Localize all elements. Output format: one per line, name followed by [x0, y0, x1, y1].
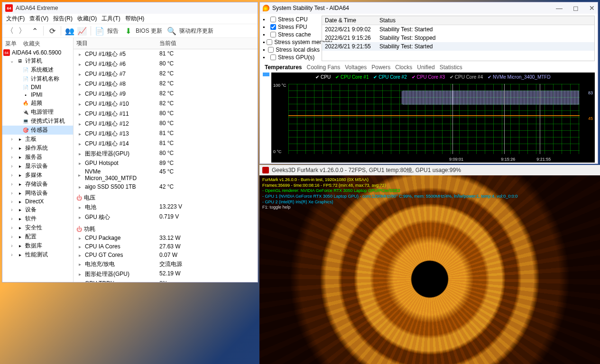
tree-computer[interactable]: ⌄ 🖥 计算机: [2, 56, 73, 65]
close-icon[interactable]: ✕: [589, 4, 595, 12]
tree-item[interactable]: ›▸存储设备: [2, 180, 73, 189]
list-row[interactable]: ▸CPU GT Cores0.07 W: [74, 251, 258, 259]
list-row[interactable]: ▸CPU #1/核心 #680 °C: [74, 59, 258, 69]
tree-item[interactable]: ›▸配置: [2, 232, 73, 241]
search-icon[interactable]: 🔍: [167, 26, 176, 36]
tab-temperatures[interactable]: Temperatures: [265, 64, 302, 71]
tree-item[interactable]: ›▸性能测试: [2, 250, 73, 259]
list-row[interactable]: ▸图形处理器(GPU)52.19 W: [74, 269, 258, 279]
expand-icon[interactable]: ›: [9, 225, 15, 230]
list-row[interactable]: ▸GPU Hotspot89 °C: [74, 159, 258, 167]
tree-hdr-fav[interactable]: 收藏夹: [23, 40, 40, 48]
tab-powers[interactable]: Powers: [371, 64, 390, 71]
tree-version[interactable]: 64 AIDA64 v6.60.5900: [2, 49, 73, 56]
list-row[interactable]: ▸CPU IA Cores27.63 W: [74, 242, 258, 251]
up-icon[interactable]: ⌃: [30, 26, 39, 36]
list-row[interactable]: ▸CPU #1/核心 #782 °C: [74, 69, 258, 79]
download-icon[interactable]: ⬇: [123, 26, 133, 36]
tree-item[interactable]: ›▸网络设备: [2, 189, 73, 198]
list-row[interactable]: ▸CPU #1/核心 #1481 °C: [74, 139, 258, 149]
expand-icon[interactable]: ›: [9, 243, 15, 248]
expand-icon[interactable]: ›: [9, 199, 15, 204]
stress-option[interactable]: ▪ Stress CPU: [263, 16, 320, 23]
furmark-titlebar[interactable]: Geeks3D FurMark v1.26.0.0 - 72FPS, GPU1 …: [259, 165, 600, 175]
expand-icon[interactable]: ›: [9, 191, 15, 196]
list-row[interactable]: ▸GPU 核心0.719 V: [74, 212, 258, 222]
minimize-icon[interactable]: —: [556, 4, 563, 12]
back-icon[interactable]: 〈: [5, 26, 15, 36]
log-row[interactable]: 2022/6/21 9:15:26Stability Test: Stopped: [322, 34, 594, 42]
list-row[interactable]: ▸CPU #1/核心 #982 °C: [74, 89, 258, 99]
expand-icon[interactable]: ›: [9, 164, 15, 169]
tree-item[interactable]: ›▸服务器: [2, 153, 73, 162]
log-row[interactable]: 2022/6/21 9:09:02Stability Test: Started: [322, 25, 594, 34]
tab-clocks[interactable]: Clocks: [395, 64, 412, 71]
list-row[interactable]: ▸aigo SSD S500 1TB42 °C: [74, 182, 258, 191]
stress-option[interactable]: ▪ Stress GPU(s): [263, 54, 320, 61]
list-row[interactable]: ▸CPU #1/核心 #882 °C: [74, 79, 258, 89]
list-row[interactable]: ▸电池充/放电交流电源: [74, 259, 258, 269]
legend-item[interactable]: CPU Core #1: [335, 74, 369, 80]
log-row[interactable]: 2022/6/21 9:21:55Stability Test: Started: [322, 42, 594, 51]
stability-titlebar[interactable]: System Stability Test - AIDA64 — ◻ ✕: [260, 2, 598, 14]
expand-icon[interactable]: ›: [9, 173, 15, 178]
stress-checkbox[interactable]: [267, 39, 272, 45]
sensor-list[interactable]: 项目 当前值 ▸CPU #1/核心 #581 °C▸CPU #1/核心 #680…: [74, 38, 258, 282]
tab-cooling-fans[interactable]: Cooling Fans: [306, 64, 340, 71]
collapse-icon[interactable]: ⌄: [9, 58, 15, 64]
toolbar-drivers[interactable]: 驱动程序更新: [179, 27, 213, 35]
stress-option[interactable]: ▪ Stress FPU: [263, 23, 320, 31]
menu-favorites[interactable]: 收藏(O): [77, 15, 97, 23]
temperature-graph[interactable]: CPUCPU Core #1CPU Core #2CPU Core #3CPU …: [271, 73, 595, 163]
toolbar-report[interactable]: 报告: [107, 27, 119, 35]
expand-icon[interactable]: ›: [9, 136, 15, 142]
list-row[interactable]: ▸CPU Package33.12 W: [74, 234, 258, 242]
tab-statistics[interactable]: Statistics: [440, 64, 462, 71]
tree-item[interactable]: ›▸DirectX: [2, 198, 73, 205]
expand-icon[interactable]: ›: [9, 216, 15, 221]
menu-tools[interactable]: 工具(T): [102, 15, 120, 23]
expand-icon[interactable]: ›: [9, 234, 15, 239]
stress-option[interactable]: ▪ Stress local disks: [263, 46, 320, 54]
tree-item[interactable]: ›▸安全性: [2, 223, 73, 232]
tree-item[interactable]: ›▸软件: [2, 214, 73, 223]
forward-icon[interactable]: 〉: [18, 26, 27, 36]
list-row[interactable]: ▸NVMe Micron_3400_MTFD45 °C: [74, 167, 258, 182]
tree-item[interactable]: 🔥超频: [2, 99, 73, 108]
furmark-viewport[interactable]: FurMark v1.26.0.0 - Burn-in test, 1920x1…: [259, 175, 600, 364]
log-col-datetime[interactable]: Date & Time: [322, 16, 377, 25]
list-row[interactable]: ▸CPU #1/核心 #581 °C: [74, 49, 258, 59]
stress-checkbox[interactable]: [270, 17, 276, 22]
list-row[interactable]: ▸CPU #1/核心 #1082 °C: [74, 99, 258, 109]
expand-icon[interactable]: ›: [9, 207, 15, 212]
expand-icon[interactable]: ›: [9, 155, 15, 160]
list-row[interactable]: ▸图形处理器(GPU)80 °C: [74, 149, 258, 159]
toolbar-bios[interactable]: BIOS 更新: [136, 27, 162, 35]
event-log[interactable]: Date & Time Status 2022/6/21 9:09:02Stab…: [322, 16, 595, 61]
refresh-icon[interactable]: ⟳: [47, 26, 57, 36]
menu-view[interactable]: 查看(V): [29, 15, 48, 23]
tree-item[interactable]: ›▸数据库: [2, 241, 73, 250]
tree-item[interactable]: ›▸操作系统: [2, 144, 73, 153]
tree-item[interactable]: 📄系统概述: [2, 65, 73, 74]
menu-report[interactable]: 报告(R): [53, 15, 73, 23]
col-item[interactable]: 项目: [74, 38, 157, 49]
expand-icon[interactable]: ›: [9, 182, 15, 187]
aida64-titlebar[interactable]: 64 AIDA64 Extreme: [2, 2, 258, 14]
legend-item[interactable]: CPU Core #3: [412, 74, 445, 80]
tree-item[interactable]: 📄计算机名称: [2, 74, 73, 83]
stress-checkbox[interactable]: [270, 32, 276, 37]
list-row[interactable]: ▸CPU #1/核心 #1180 °C: [74, 109, 258, 119]
menu-file[interactable]: 文件(F): [6, 15, 25, 23]
stress-checkbox[interactable]: [270, 24, 276, 30]
stress-checkbox[interactable]: [270, 55, 276, 60]
log-col-status[interactable]: Status: [377, 16, 594, 25]
tree-item[interactable]: ▪IPMI: [2, 91, 73, 99]
legend-item[interactable]: NVMe Micron_3400_MTFD: [488, 74, 551, 80]
stress-option[interactable]: ▪ Stress cache: [263, 31, 320, 38]
tree-item[interactable]: 🔌电源管理: [2, 108, 73, 117]
tab-voltages[interactable]: Voltages: [345, 64, 367, 71]
legend-item[interactable]: CPU: [315, 74, 331, 80]
tree-item[interactable]: 💻便携式计算机: [2, 117, 73, 126]
tree-item-sensors[interactable]: 🎯传感器: [2, 126, 73, 135]
